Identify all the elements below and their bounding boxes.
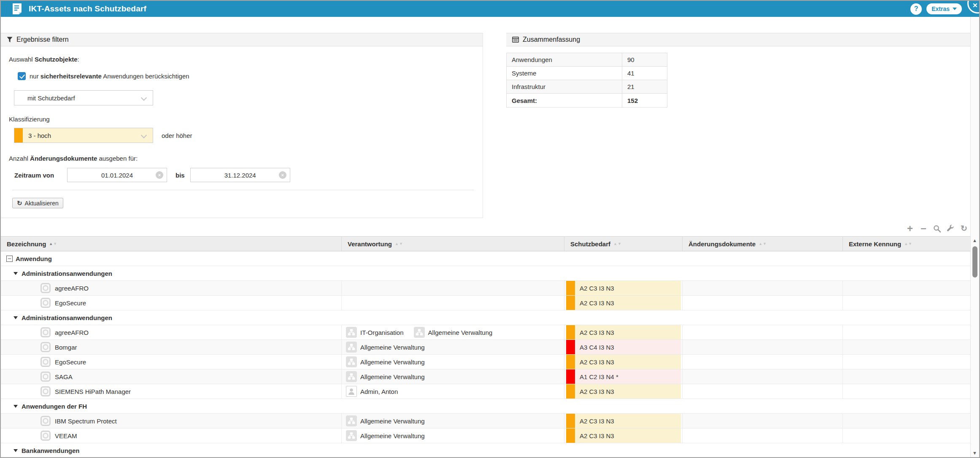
date-from-input[interactable] bbox=[67, 168, 167, 182]
report-document-icon bbox=[12, 3, 22, 15]
classification-color-swatch bbox=[566, 414, 575, 428]
page-title: IKT-Assets nach Schutzbedarf bbox=[29, 4, 146, 13]
summary-row: Systeme41 bbox=[507, 67, 667, 80]
table-group-row[interactable]: Anwendung bbox=[1, 251, 970, 266]
schutzbedarf-select[interactable]: mit Schutzbedarf bbox=[14, 90, 153, 105]
refresh-icon: ↻ bbox=[17, 199, 22, 207]
aenderungsdokumente-cell bbox=[683, 384, 843, 399]
column-header-aenderungsdokumente[interactable]: Änderungsdokumente ▲▼ bbox=[683, 237, 843, 251]
vertical-scrollbar[interactable]: ▲ ▼ bbox=[970, 17, 979, 457]
date-to-input[interactable] bbox=[190, 168, 290, 182]
asset-name: VEEAM bbox=[55, 432, 77, 439]
table-row[interactable]: SIEMENS HiPath ManagerAdmin, AntonA2 C3 … bbox=[1, 384, 970, 399]
table-subgroup-row[interactable]: Administrationsanwendungen bbox=[1, 266, 970, 281]
collapse-icon[interactable] bbox=[6, 256, 13, 262]
externe-kennung-cell bbox=[843, 384, 970, 399]
person-icon bbox=[346, 386, 357, 397]
settings-button[interactable] bbox=[946, 224, 955, 233]
classification-color-swatch bbox=[566, 369, 575, 384]
application-icon bbox=[40, 357, 51, 367]
table-header-row: Bezeichnung ▲▼ Verantwortung ▲▼ Schutzbe… bbox=[1, 236, 970, 251]
column-header-bezeichnung[interactable]: Bezeichnung ▲▼ bbox=[1, 237, 342, 251]
security-relevant-checkbox[interactable] bbox=[18, 72, 26, 80]
schutzbedarf-badge: A2 C3 I3 N3 bbox=[566, 355, 681, 369]
clear-date-icon[interactable]: × bbox=[156, 171, 163, 179]
table-subgroup-row[interactable]: Bankanwendungen bbox=[1, 443, 970, 457]
schutzbedarf-cell: A2 C3 I3 N3 bbox=[564, 428, 683, 443]
klassifizierung-label: Klassifizierung bbox=[9, 116, 483, 123]
add-button[interactable]: + bbox=[906, 224, 914, 233]
security-relevant-checkbox-label: nur sicherheitsrelevante Anwendungen ber… bbox=[30, 73, 189, 80]
responsibility-entry: Allgemeine Verwaltung bbox=[346, 356, 425, 367]
schutzbedarf-value: A2 C3 I3 N3 bbox=[580, 329, 614, 336]
close-button[interactable]: ✕ bbox=[967, 0, 980, 13]
filter-icon bbox=[7, 37, 13, 43]
divider bbox=[12, 190, 474, 190]
summary-table: Anwendungen90Systeme41Infrastruktur21Ges… bbox=[506, 53, 667, 108]
schutzbedarf-badge: A2 C3 I3 N3 bbox=[566, 428, 681, 443]
assets-table: Bezeichnung ▲▼ Verantwortung ▲▼ Schutzbe… bbox=[1, 236, 970, 457]
grid-toolbar: + − ↻ bbox=[906, 224, 968, 233]
column-header-verantwortung[interactable]: Verantwortung ▲▼ bbox=[342, 237, 564, 251]
table-subgroup-row[interactable]: Administrationsanwendungen bbox=[1, 310, 970, 325]
summary-row-label: Infrastruktur bbox=[507, 80, 622, 93]
schutzbedarf-badge: A2 C3 I3 N3 bbox=[566, 281, 681, 295]
help-button[interactable]: ? bbox=[910, 3, 922, 15]
subgroup-label: Bankanwendungen bbox=[22, 447, 80, 454]
aenderungsdokumente-cell bbox=[683, 428, 843, 443]
refresh-button[interactable]: ↻ bbox=[960, 224, 968, 233]
aenderungsdokumente-cell bbox=[683, 340, 843, 354]
klassifizierung-select[interactable]: 3 - hoch bbox=[14, 128, 153, 143]
table-row[interactable]: SAGAAllgemeine VerwaltungA1 C2 I3 N4 * bbox=[1, 369, 970, 384]
bezeichnung-cell: agreeAFRO bbox=[1, 325, 342, 339]
table-subgroup-row[interactable]: Anwendungen der FH bbox=[1, 399, 970, 414]
externe-kennung-cell bbox=[843, 325, 970, 339]
table-row[interactable]: agreeAFROIT-OrganisationAllgemeine Verwa… bbox=[1, 325, 970, 340]
scroll-up-icon[interactable]: ▲ bbox=[972, 238, 977, 243]
scrollbar-thumb[interactable] bbox=[972, 246, 977, 277]
zeitraum-von-label: Zeitraum von bbox=[14, 172, 64, 179]
externe-kennung-cell bbox=[843, 428, 970, 443]
externe-kennung-cell bbox=[843, 296, 970, 310]
table-row[interactable]: BomgarAllgemeine VerwaltungA3 C4 I3 N3 bbox=[1, 340, 970, 355]
schutzbedarf-value: A2 C3 I3 N3 bbox=[580, 418, 614, 425]
asset-name: Bomgar bbox=[55, 344, 77, 351]
verantwortung-cell: Allgemeine Verwaltung bbox=[342, 340, 564, 354]
schutzbedarf-badge: A2 C3 I3 N3 bbox=[566, 384, 681, 399]
verantwortung-cell: Allgemeine Verwaltung bbox=[342, 355, 564, 369]
table-row[interactable]: EgoSecureA2 C3 I3 N3 bbox=[1, 296, 970, 310]
table-row[interactable]: VEEAMAllgemeine VerwaltungA2 C3 I3 N3 bbox=[1, 428, 970, 443]
column-header-schutzbedarf[interactable]: Schutzbedarf ▲▼ bbox=[564, 237, 683, 251]
responsibility-label: Admin, Anton bbox=[360, 388, 398, 395]
schutzbedarf-badge: A2 C3 I3 N3 bbox=[566, 414, 681, 428]
externe-kennung-cell bbox=[843, 414, 970, 428]
verantwortung-cell: Allgemeine Verwaltung bbox=[342, 428, 564, 443]
clear-date-icon[interactable]: × bbox=[279, 171, 286, 179]
schutzbedarf-value: A2 C3 I3 N3 bbox=[580, 388, 614, 395]
scroll-down-icon[interactable]: ▼ bbox=[972, 450, 977, 455]
remove-button[interactable]: − bbox=[919, 224, 928, 233]
classification-color-swatch bbox=[566, 355, 575, 369]
caret-down-icon bbox=[13, 449, 18, 452]
titlebar: IKT-Assets nach Schutzbedarf ? Extras ✕ bbox=[1, 1, 979, 17]
table-row[interactable]: agreeAFROA2 C3 I3 N3 bbox=[1, 281, 970, 296]
sort-icons: ▲▼ bbox=[759, 242, 767, 246]
subgroup-label: Administrationsanwendungen bbox=[22, 314, 112, 321]
column-header-externe-kennung[interactable]: Externe Kennung ▲▼ bbox=[843, 237, 970, 251]
search-button[interactable] bbox=[933, 224, 941, 233]
oder-hoeher-label: oder höher bbox=[162, 132, 192, 139]
bezeichnung-cell: SAGA bbox=[1, 369, 342, 384]
asset-name: EgoSecure bbox=[55, 358, 86, 366]
table-row[interactable]: IBM Spectrum ProtectAllgemeine Verwaltun… bbox=[1, 414, 970, 428]
aktualisieren-button[interactable]: ↻ Aktualisieren bbox=[12, 198, 63, 208]
asset-name: agreeAFRO bbox=[55, 329, 89, 336]
summary-row: Gesamt:152 bbox=[507, 94, 667, 107]
caret-down-icon bbox=[13, 272, 18, 275]
externe-kennung-cell bbox=[843, 369, 970, 384]
responsibility-entry: Allgemeine Verwaltung bbox=[346, 371, 425, 382]
extras-button[interactable]: Extras bbox=[926, 3, 962, 14]
table-row[interactable]: EgoSecureAllgemeine VerwaltungA2 C3 I3 N… bbox=[1, 355, 970, 369]
bezeichnung-cell: Bomgar bbox=[1, 340, 342, 354]
sort-icons: ▲▼ bbox=[613, 242, 621, 246]
responsibility-label: Allgemeine Verwaltung bbox=[360, 373, 425, 380]
